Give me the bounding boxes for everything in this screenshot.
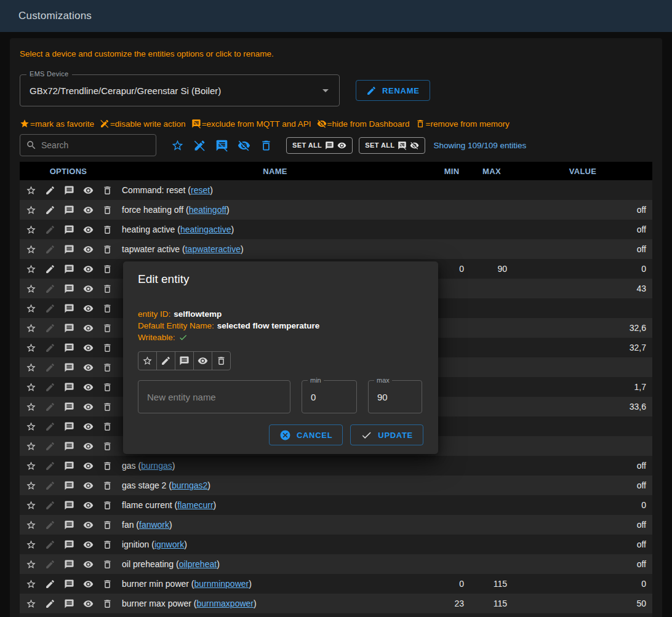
delete-toggle[interactable] xyxy=(102,303,113,314)
visibility-toggle[interactable] xyxy=(83,480,94,491)
edit-icon-button[interactable] xyxy=(45,185,55,196)
visibility-toggle[interactable] xyxy=(83,402,94,412)
visibility-toggle[interactable] xyxy=(83,284,94,294)
visibility-toggle[interactable] xyxy=(83,323,94,333)
entity-shortname-link[interactable]: ignwork xyxy=(154,539,184,549)
exclude-mqtt-toggle[interactable] xyxy=(64,264,74,274)
visibility-toggle[interactable] xyxy=(83,362,94,373)
table-row[interactable]: tapwater active (tapwateractive) off xyxy=(20,239,652,259)
table-row[interactable]: heating active (heatingactive) off xyxy=(20,220,652,239)
visibility-toggle[interactable] xyxy=(83,579,94,589)
exclude-mqtt-toggle[interactable] xyxy=(64,343,74,353)
visibility-toggle[interactable] xyxy=(193,351,212,370)
visibility-toggle[interactable] xyxy=(83,500,94,511)
delete-toggle[interactable] xyxy=(102,599,113,609)
entity-shortname-link[interactable]: burnmaxpower xyxy=(196,599,254,608)
exclude-mqtt-toggle[interactable] xyxy=(64,303,74,314)
new-name-input[interactable] xyxy=(147,392,281,402)
set-all-visible-button[interactable]: SET ALL xyxy=(286,137,353,154)
exclude-mqtt-toggle[interactable] xyxy=(64,382,74,392)
exclude-mqtt-toggle[interactable] xyxy=(64,225,74,235)
exclude-mqtt-toggle[interactable] xyxy=(175,351,194,370)
delete-toggle[interactable] xyxy=(102,185,113,196)
favorite-toggle[interactable] xyxy=(26,539,36,550)
update-button[interactable]: UPDATE xyxy=(350,424,423,445)
edit-icon-button[interactable] xyxy=(45,343,55,353)
edit-icon-button[interactable] xyxy=(45,244,55,255)
delete-toggle[interactable] xyxy=(102,382,113,392)
visibility-toggle[interactable] xyxy=(83,461,94,471)
table-row[interactable]: Command: reset (reset) xyxy=(20,180,652,200)
search-input[interactable] xyxy=(41,140,150,150)
visibility-toggle[interactable] xyxy=(83,539,94,550)
exclude-mqtt-toggle[interactable] xyxy=(64,244,74,255)
edit-icon-button[interactable] xyxy=(45,441,55,452)
favorite-toggle[interactable] xyxy=(26,303,36,314)
visibility-toggle[interactable] xyxy=(83,520,94,530)
filter-readonly-button[interactable] xyxy=(192,138,207,153)
filter-hidden-button[interactable] xyxy=(236,138,252,153)
delete-toggle[interactable] xyxy=(102,402,113,412)
entity-shortname-link[interactable]: fanwork xyxy=(139,520,169,530)
exclude-mqtt-toggle[interactable] xyxy=(64,461,74,471)
edit-icon-button[interactable] xyxy=(45,539,55,550)
edit-icon-button[interactable] xyxy=(45,362,55,373)
readonly-toggle[interactable] xyxy=(156,351,175,370)
table-row[interactable]: force heating off (heatingoff) off xyxy=(20,200,652,220)
favorite-toggle[interactable] xyxy=(26,579,36,589)
favorite-toggle[interactable] xyxy=(26,480,36,491)
entity-shortname-link[interactable]: burngas xyxy=(141,461,172,471)
exclude-mqtt-toggle[interactable] xyxy=(64,539,74,550)
entity-shortname-link[interactable]: reset xyxy=(191,185,210,195)
set-all-hidden-button[interactable]: SET ALL xyxy=(359,137,425,154)
exclude-mqtt-toggle[interactable] xyxy=(64,441,74,452)
table-row[interactable]: burner min power (burnminpower) 0 115 0 xyxy=(20,574,652,594)
edit-icon-button[interactable] xyxy=(45,303,55,314)
delete-toggle[interactable] xyxy=(102,520,113,530)
favorite-toggle[interactable] xyxy=(26,185,36,196)
entity-shortname-link[interactable]: tapwateractive xyxy=(185,244,241,254)
favorite-toggle[interactable] xyxy=(26,599,36,609)
exclude-mqtt-toggle[interactable] xyxy=(64,205,74,215)
edit-icon-button[interactable] xyxy=(45,579,55,589)
edit-icon-button[interactable] xyxy=(45,382,55,392)
delete-toggle[interactable] xyxy=(212,351,231,370)
edit-icon-button[interactable] xyxy=(45,284,55,294)
exclude-mqtt-toggle[interactable] xyxy=(64,362,74,373)
table-row[interactable]: gas (burngas) off xyxy=(20,456,652,476)
edit-icon-button[interactable] xyxy=(45,480,55,491)
exclude-mqtt-toggle[interactable] xyxy=(64,421,74,432)
favorite-toggle[interactable] xyxy=(26,402,36,412)
exclude-mqtt-toggle[interactable] xyxy=(64,480,74,491)
favorite-toggle[interactable] xyxy=(26,323,36,333)
edit-icon-button[interactable] xyxy=(45,205,55,215)
table-row[interactable]: ignition (ignwork) off xyxy=(20,535,652,554)
visibility-toggle[interactable] xyxy=(83,559,94,570)
visibility-toggle[interactable] xyxy=(83,185,94,196)
delete-toggle[interactable] xyxy=(102,323,113,333)
exclude-mqtt-toggle[interactable] xyxy=(64,402,74,412)
visibility-toggle[interactable] xyxy=(83,205,94,215)
exclude-mqtt-toggle[interactable] xyxy=(64,599,74,609)
exclude-mqtt-toggle[interactable] xyxy=(64,284,74,294)
edit-icon-button[interactable] xyxy=(45,323,55,333)
entity-shortname-link[interactable]: flamecurr xyxy=(177,500,213,510)
device-select[interactable]: EMS Device GBx72/Trendline/Cerapur/Green… xyxy=(20,74,340,106)
rename-button[interactable]: RENAME xyxy=(356,80,430,101)
edit-icon-button[interactable] xyxy=(45,599,55,609)
entity-shortname-link[interactable]: burngas2 xyxy=(172,480,207,490)
exclude-mqtt-toggle[interactable] xyxy=(64,500,74,511)
edit-icon-button[interactable] xyxy=(45,421,55,432)
favorite-toggle[interactable] xyxy=(26,284,36,294)
edit-icon-button[interactable] xyxy=(45,264,55,274)
favorite-toggle[interactable] xyxy=(26,205,36,215)
filter-deleted-button[interactable] xyxy=(258,138,274,153)
delete-toggle[interactable] xyxy=(102,500,113,511)
edit-icon-button[interactable] xyxy=(45,402,55,412)
exclude-mqtt-toggle[interactable] xyxy=(64,520,74,530)
delete-toggle[interactable] xyxy=(102,343,113,353)
favorite-toggle[interactable] xyxy=(26,500,36,511)
visibility-toggle[interactable] xyxy=(83,264,94,274)
visibility-toggle[interactable] xyxy=(83,441,94,452)
table-row[interactable]: burner max power (burnmaxpower) 23 115 5… xyxy=(20,594,652,613)
